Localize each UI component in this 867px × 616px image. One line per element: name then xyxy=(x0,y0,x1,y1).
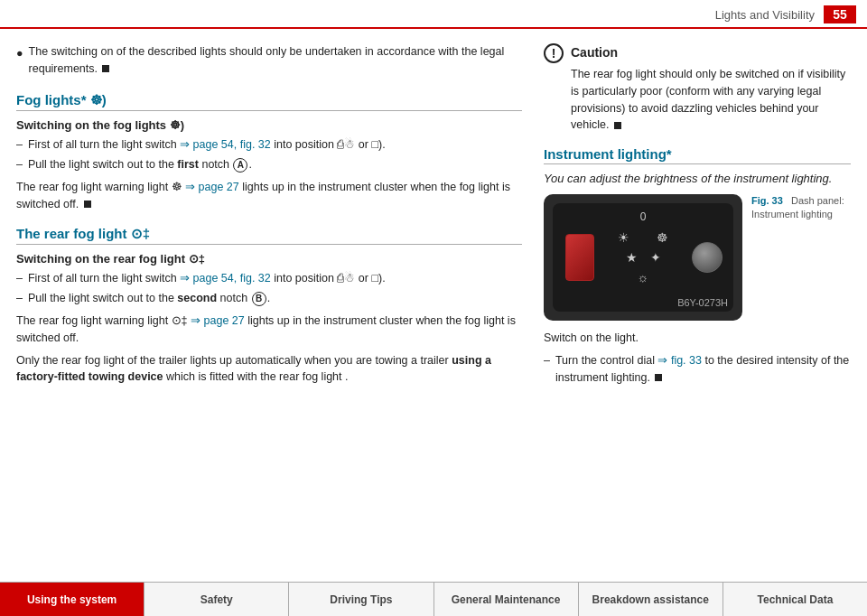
panel-inner: 0 ☀ ☸ ★ ✦ ☼ xyxy=(553,203,733,312)
zero-label: 0 xyxy=(640,210,647,223)
fig-label: Fig. 33 xyxy=(751,195,783,206)
dash: – xyxy=(16,270,23,287)
rear-fog-step-2: – Pull the light switch out to the secon… xyxy=(16,290,522,307)
rear-fog-heading: The rear fog light ⊙‡ xyxy=(16,226,522,245)
nav-driving-tips[interactable]: Driving Tips xyxy=(289,583,434,616)
fog-step-1: – First of all turn the light switch ⇒ p… xyxy=(16,136,522,154)
fog-lights-subheading: Switching on the fog lights ☸) xyxy=(16,118,522,132)
rear-fog-step-2-bold: second xyxy=(177,292,217,304)
panel-icon-rear: ✦ xyxy=(650,250,661,265)
fog-step-2-bold: first xyxy=(177,158,199,171)
rear-fog-step-1-text: First of all turn the light switch ⇒ pag… xyxy=(28,270,522,287)
nav-safety[interactable]: Safety xyxy=(144,583,289,616)
instrument-heading: Instrument lighting* xyxy=(544,146,851,164)
icon-row-1: ☀ ☸ xyxy=(618,230,668,245)
panel-icon-beam: ★ xyxy=(626,250,638,265)
towing-bold: using a factory-fitted towing device xyxy=(16,354,491,384)
instr-link[interactable]: ⇒ fig. 33 xyxy=(657,354,702,367)
panel-icon-fog: ☸ xyxy=(657,230,668,245)
rear-fog-note-2: Only the rear fog light of the trailer l… xyxy=(16,352,522,387)
fog-note-link[interactable]: ⇒ page 27 xyxy=(185,181,239,193)
bottom-nav: Using the system Safety Driving Tips Gen… xyxy=(0,582,867,616)
instr-step: – Turn the control dial ⇒ fig. 33 to the… xyxy=(544,352,851,387)
chapter-title: Lights and Visibility xyxy=(715,8,815,22)
panel-fig-code: B6Y-0273H xyxy=(677,297,728,308)
icon-row-2: ★ ✦ xyxy=(626,250,661,265)
dash: – xyxy=(16,136,23,154)
page-number: 55 xyxy=(824,5,856,23)
rear-fog-note-link[interactable]: ⇒ page 27 xyxy=(191,314,245,327)
bullet-dot: ● xyxy=(16,45,23,62)
caution-box: ! Caution The rear fog light should only… xyxy=(544,43,851,134)
fog-step-2-text: Pull the light switch out to the first n… xyxy=(28,156,522,173)
nav-breakdown[interactable]: Breakdown assistance xyxy=(579,583,723,616)
image-caption: Fig. 33 Dash panel: Instrument lighting xyxy=(751,194,851,222)
fog-step-1-text: First of all turn the light switch ⇒ pag… xyxy=(28,136,522,154)
nav-technical-data[interactable]: Technical Data xyxy=(723,583,867,616)
fog-lights-heading: Fog lights* ☸) xyxy=(16,92,522,111)
dash: – xyxy=(544,352,550,387)
bullet-item: ● The switching on of the described ligh… xyxy=(16,43,522,78)
page-header: Lights and Visibility 55 xyxy=(0,0,867,29)
instr-step-text: Turn the control dial ⇒ fig. 33 to the d… xyxy=(555,352,851,387)
instrument-image-area: 0 ☀ ☸ ★ ✦ ☼ xyxy=(544,194,851,321)
end-marker xyxy=(102,65,109,72)
left-column: ● The switching on of the described ligh… xyxy=(16,43,522,573)
main-content: ● The switching on of the described ligh… xyxy=(0,29,867,573)
rear-fog-link-1[interactable]: ⇒ page 54, fig. 32 xyxy=(180,272,271,285)
end-marker xyxy=(614,122,621,129)
notch-a: A xyxy=(233,158,247,173)
rear-fog-note-1: The rear fog light warning light ⊙‡ ⇒ pa… xyxy=(16,313,522,347)
switch-on-text: Switch on the light. xyxy=(544,330,851,347)
panel-icon-light: ☀ xyxy=(618,230,629,245)
icon-row-3: ☼ xyxy=(638,270,649,285)
fog-link-1[interactable]: ⇒ page 54, fig. 32 xyxy=(180,138,271,151)
bullet-section: ● The switching on of the described ligh… xyxy=(16,43,522,78)
nav-general-maintenance[interactable]: General Maintenance xyxy=(434,583,579,616)
dash: – xyxy=(16,290,23,307)
rear-fog-step-1: – First of all turn the light switch ⇒ p… xyxy=(16,270,522,287)
bullet-text: The switching on of the described lights… xyxy=(29,43,522,78)
caution-icon: ! xyxy=(544,43,564,63)
end-marker xyxy=(655,374,662,381)
left-knob xyxy=(565,234,594,281)
dash: – xyxy=(16,156,23,173)
instrument-italic: You can adjust the brightness of the ins… xyxy=(544,172,851,185)
fog-step-2: – Pull the light switch out to the first… xyxy=(16,156,522,173)
rear-fog-step-2-text: Pull the light switch out to the second … xyxy=(28,290,522,307)
spacer xyxy=(642,237,644,238)
instrument-panel-image: 0 ☀ ☸ ★ ✦ ☼ xyxy=(544,194,742,321)
right-column: ! Caution The rear fog light should only… xyxy=(544,43,851,573)
caution-content: Caution The rear fog light should only b… xyxy=(571,43,851,134)
caution-text: The rear fog light should only be switch… xyxy=(571,66,851,134)
right-knob xyxy=(692,242,722,273)
caution-title: Caution xyxy=(571,43,851,62)
nav-using-system[interactable]: Using the system xyxy=(0,583,144,616)
panel-icon-misc: ☼ xyxy=(638,270,649,285)
rear-fog-subheading: Switching on the rear fog light ⊙‡ xyxy=(16,252,522,266)
fog-note: The rear fog light warning light ☸ ⇒ pag… xyxy=(16,179,522,213)
notch-b: B xyxy=(252,292,266,306)
end-marker xyxy=(84,201,91,208)
center-icons: ☀ ☸ ★ ✦ ☼ xyxy=(618,230,668,285)
